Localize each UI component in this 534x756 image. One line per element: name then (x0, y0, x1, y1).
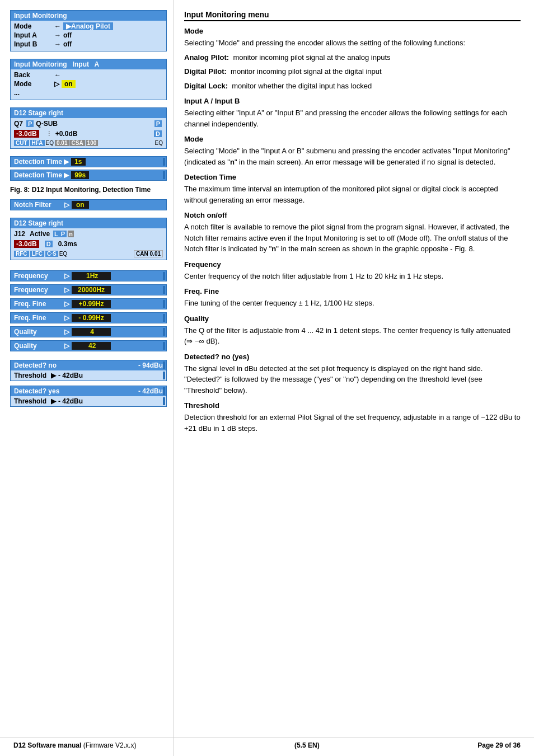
stage2-rfc: RFC (14, 251, 29, 257)
widget1-inputa-label: Input A (14, 31, 52, 39)
widget1-inputb-value: off (63, 40, 72, 48)
widget2-back-arrow: ← (54, 71, 61, 79)
input-monitoring-a-widget: Input Monitoring Input A Back ← Mode ▷ o… (10, 59, 167, 100)
freq-fine-widget-pos: Freq. Fine ▷ +0.99Hz (10, 298, 167, 309)
d12-stage-right-widget2: D12 Stage right J12 Active LPn -3.0dB D … (10, 218, 167, 260)
detection-time-1s: Detection Time ▶ 1s (10, 156, 167, 167)
stage2-bar-row: RFC LFC C·S EQ CAN 0.01 (14, 250, 163, 257)
widget2-title: Input Monitoring Input A (11, 59, 166, 69)
freqfine2-bar (163, 314, 165, 322)
freqfine2-arrow: ▷ (64, 314, 69, 322)
widget1-row-inputa: Input A → off (14, 31, 163, 40)
detected-yes-top-row: Detected? yes - 42dBu (11, 386, 166, 396)
det1-label: Detection Time ▶ (14, 158, 69, 166)
stage2-title: D12 Stage right (11, 218, 166, 228)
section-mode-title: Mode (184, 27, 521, 35)
det2-bar (163, 171, 165, 179)
section-freqfine-title: Freq. Fine (184, 287, 521, 295)
det2-value: 99s (71, 171, 89, 179)
stage1-eq2: EQ (155, 140, 163, 146)
stage2-active: Active (30, 230, 50, 238)
freqfine2-label: Freq. Fine (14, 314, 64, 322)
widget2-mode-label: Mode (14, 80, 52, 88)
footer-version: (5.5 EN) (294, 741, 320, 749)
freq2-label: Frequency (14, 286, 64, 294)
detected-no-label: Detected? no (14, 361, 64, 369)
widget2-extra: ... (14, 88, 163, 97)
p2-badge: P (59, 231, 67, 237)
footer-center: (5.5 EN) (294, 741, 320, 749)
section-inputab-title: Input A / Input B (184, 97, 521, 105)
stage2-eq: EQ (59, 251, 67, 257)
quality2-bar (163, 342, 165, 350)
freq1-bar (163, 272, 165, 280)
stage1-body: Q7 P Q-SUB P -3.0dB ⋮ +0.0dB D CUT HFA E… (11, 118, 166, 148)
notch-n-char: n (271, 245, 276, 253)
section-freqfine-text: Fine tuning of the center frequency ± 1 … (184, 298, 521, 309)
detected-no-val: - 94dBu (138, 361, 163, 369)
footer-right: Page 29 of 36 (477, 741, 521, 749)
stage1-row2: -3.0dB ⋮ +0.0dB D (14, 129, 163, 138)
thresh-no-val: - 42dBu (58, 372, 83, 379)
thresh-yes-arrow: Threshold (14, 397, 46, 405)
thresh-yes-val: - 42dBu (58, 397, 83, 405)
notch-arrow: ▷ (64, 201, 69, 209)
widget2-row-back: Back ← (14, 71, 163, 79)
stage1-qsub-label: Q-SUB (36, 120, 58, 128)
quality1-arrow: ▷ (64, 328, 69, 336)
det1-bar (163, 158, 165, 166)
mode-list: Analog Pilot: monitor incoming pilot sig… (184, 52, 521, 92)
fig-caption: Fig. 8: D12 Input Monitoring, Detection … (10, 186, 167, 194)
section-notch-text: A notch filter is available to remove th… (184, 222, 521, 255)
thresh-yes-arrow2: ▶ (51, 397, 56, 405)
freq2-bar (163, 286, 165, 294)
widget2-body: Back ← Mode ▷ on ... (11, 69, 166, 100)
notch-value: on (72, 201, 89, 209)
detected-no-widget: Detected? no - 94dBu Threshold ▶ - 42dBu (10, 360, 167, 381)
footer-left: D12 Software manual (Firmware V2.x.x) (13, 741, 136, 749)
stage1-bar-row: CUT HFA EQ 0.01 CSA 100 EQ (14, 140, 163, 146)
quality-widget-42: Quality ▷ 42 (10, 340, 167, 351)
freq1-label: Frequency (14, 272, 64, 280)
freq-widget-20000hz: Frequency ▷ 20000Hz (10, 284, 167, 295)
analog-pilot-term: Analog Pilot: (184, 53, 229, 62)
footer-page: Page 29 of 36 (477, 741, 521, 749)
detected-yes-bar (163, 387, 165, 395)
stage2-row1: J12 Active LPn (14, 229, 163, 238)
input-monitoring-widget: Input Monitoring Mode ← ▶Analog Pilot In… (10, 10, 167, 51)
section-detected-title: Detected? no (yes) (184, 353, 521, 361)
stage1-q7-label: Q7 (14, 120, 23, 128)
stage2-time: 0.3ms (58, 240, 77, 248)
stage1-csa: CSA (69, 140, 85, 146)
detected-no-thresh-row: Threshold ▶ - 42dBu (11, 370, 166, 381)
widget1-title: Input Monitoring (11, 11, 166, 21)
freqfine1-bar (163, 300, 165, 308)
stage2-lpn: LPn (53, 230, 74, 238)
thresh-yes-bar (163, 397, 165, 405)
stage1-row1: Q7 P Q-SUB P (14, 119, 163, 128)
section-mode-text: Selecting "Mode" and pressing the encode… (184, 37, 521, 49)
quality1-value: 4 (72, 328, 111, 336)
l-badge: L (53, 231, 59, 237)
section-detection-title: Detection Time (184, 173, 521, 181)
freqfine1-value: +0.99Hz (72, 300, 111, 308)
widget2-mode-arrow: ▷ (54, 80, 59, 88)
stage1-dots: ⋮ (46, 130, 52, 138)
freqfine1-label: Freq. Fine (14, 300, 64, 308)
quality2-label: Quality (14, 342, 64, 350)
det1-value: 1s (71, 158, 85, 166)
section-detected-text: The signal level in dBu detected at the … (184, 363, 521, 396)
widget1-row-inputb: Input B → off (14, 40, 163, 49)
thresh-no-arrow2: ▶ (51, 372, 56, 379)
freq2-value: 20000Hz (72, 286, 111, 294)
section-freq-text: Center frequency of the notch filter adj… (184, 271, 521, 282)
widget1-inputa-value: off (63, 31, 72, 39)
stage1-eq1: EQ (46, 140, 54, 146)
stage2-cs: C·S (45, 251, 58, 257)
freqfine1-arrow: ▷ (64, 300, 69, 308)
stage1-hfa: HFA (30, 140, 45, 146)
section-freq-title: Frequency (184, 260, 521, 269)
stage2-body: J12 Active LPn -3.0dB D 0.3ms RFC LFC C·… (11, 228, 166, 260)
quality2-value: 42 (72, 342, 111, 350)
section-quality-title: Quality (184, 314, 521, 323)
